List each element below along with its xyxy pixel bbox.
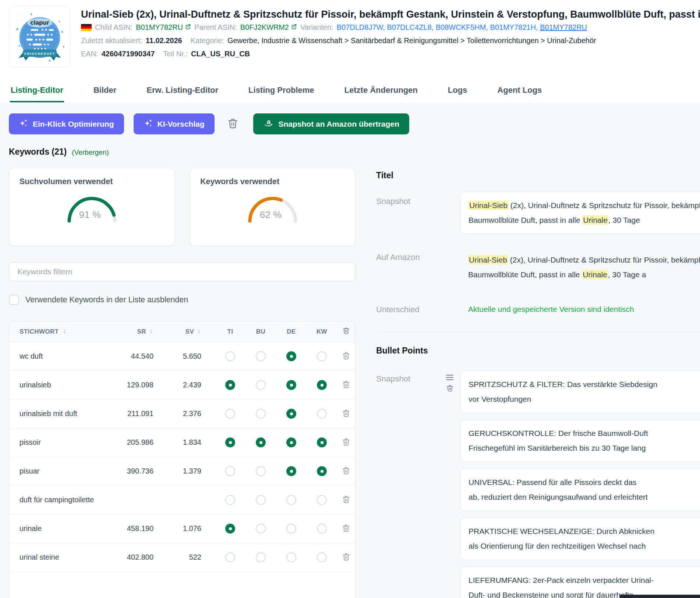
keyword-table-row: pissoir 205.986 1.834 — [9, 428, 355, 457]
sv-value: 5.650 — [154, 352, 202, 360]
keyword-toggle-ti[interactable] — [225, 495, 235, 505]
delete-keyword-button[interactable] — [342, 380, 350, 390]
keyword-toggle-ti[interactable] — [225, 437, 235, 447]
keyword-toggle-bu[interactable] — [256, 380, 266, 390]
keyword-toggle-kw[interactable] — [317, 524, 327, 534]
parent-asin-link[interactable]: B0FJ2KWRM2 — [240, 21, 297, 34]
keyword-toggle-bu[interactable] — [256, 552, 266, 562]
delete-keyword-button[interactable] — [342, 553, 350, 562]
keyword-toggle-kw[interactable] — [317, 437, 327, 447]
variant-asin-link[interactable]: B07DLC4ZL8 — [387, 23, 431, 31]
tab-bilder[interactable]: Bilder — [93, 83, 117, 102]
keyword-toggle-bu[interactable] — [256, 466, 266, 476]
bullet-point-field[interactable]: GERUCHSKONTROLLE: Der frische Baumwoll-D… — [460, 419, 700, 462]
toolbar-trash-button[interactable] — [227, 118, 238, 130]
sv-value: 2.439 — [154, 381, 202, 389]
delete-keyword-button[interactable] — [342, 438, 350, 447]
hide-used-keywords-checkbox[interactable] — [9, 295, 19, 305]
sort-by-sv[interactable]: SV — [154, 328, 202, 335]
keyword-toggle-kw[interactable] — [317, 380, 327, 390]
bullet-point-field[interactable]: PRAKTISCHE WECHSELANZEIGE: Durch Abknick… — [460, 517, 700, 560]
keyword-toggle-de[interactable] — [286, 466, 296, 476]
variant-list: B07DLD8J7W, B07DLC4ZL8, B08WCKF5HM, B01M… — [337, 21, 587, 34]
keyword-toggle-bu[interactable] — [256, 495, 266, 505]
keyword-toggle-bu[interactable] — [256, 409, 266, 419]
bullets-trash-button[interactable] — [446, 384, 454, 393]
keyword-toggle-de[interactable] — [286, 437, 296, 447]
bullet-point-field[interactable]: SPRITZSCHUTZ & FILTER: Das verstärkte Si… — [460, 370, 700, 413]
keyword-toggle-de[interactable] — [286, 380, 296, 390]
svg-text:clapur: clapur — [30, 19, 49, 26]
variant-asin-link[interactable]: B07DLD8J7W — [337, 23, 383, 31]
amazon-a-icon: a — [263, 117, 274, 130]
keywords-hide-toggle[interactable]: (Verbergen) — [72, 148, 109, 156]
column-header-ti: TI — [215, 328, 245, 335]
keyword-toggle-ti[interactable] — [225, 409, 235, 419]
column-header-kw: KW — [307, 328, 337, 335]
send-snapshot-button[interactable]: a Snapshot an Amazon übertragen — [253, 113, 409, 134]
keyword-cell: urinalsieb — [9, 371, 109, 399]
tab-letzte-aenderungen[interactable]: Letzte Änderungen — [344, 83, 418, 102]
part-number-value: CLA_US_RU_CB — [191, 48, 250, 60]
keyword-toggle-kw[interactable] — [317, 495, 327, 505]
variant-asin-link[interactable]: B01MY782RU — [540, 23, 587, 31]
variant-asin-link[interactable]: B08WCKF5HM — [436, 23, 486, 31]
keyword-toggle-ti[interactable] — [225, 466, 235, 476]
delete-keyword-button[interactable] — [342, 352, 350, 361]
keyword-toggle-de[interactable] — [286, 351, 296, 361]
keyword-cell: urinal steine — [9, 544, 109, 571]
keyword-toggle-de[interactable] — [286, 495, 296, 505]
main-content: Ein-Klick Optimierung KI-Vorschlag a Sna… — [0, 102, 700, 598]
keyword-toggle-kw[interactable] — [317, 552, 327, 562]
keyword-toggle-kw[interactable] — [317, 466, 327, 476]
listing-editor-page: FRISCHEDUFT clapur Urinal-Sieb (2x), Uri… — [0, 0, 700, 598]
sort-by-keyword[interactable]: STICHWORT — [9, 328, 109, 335]
keyword-toggle-de[interactable] — [286, 524, 296, 534]
hide-used-keywords-row[interactable]: Verwendete Keywords in der Liste ausblen… — [9, 295, 356, 305]
child-asin-label: Child ASIN: — [95, 21, 132, 34]
sv-value: 2.376 — [154, 409, 202, 418]
keyword-cell: urinalsieb mit duft — [9, 400, 109, 428]
one-click-optimize-button[interactable]: Ein-Klick Optimierung — [9, 113, 124, 134]
keyword-toggle-de[interactable] — [286, 409, 296, 419]
keywords-filter-input[interactable] — [9, 262, 356, 281]
keywords-panel: Keywords (21) (Verbergen) Suchvolumen ve… — [9, 134, 356, 598]
delete-keyword-button[interactable] — [342, 467, 350, 476]
delete-keyword-button[interactable] — [342, 409, 350, 419]
keyword-toggle-kw[interactable] — [317, 351, 327, 361]
keyword-toggle-bu[interactable] — [256, 351, 266, 361]
tab-erw-listing-editor[interactable]: Erw. Listing-Editor — [146, 83, 219, 102]
bullets-drag-handle[interactable] — [445, 374, 454, 382]
keyword-toggle-ti[interactable] — [225, 524, 235, 534]
sort-icon — [61, 328, 68, 335]
bullet-point-field[interactable]: UNIVERSAL: Passend für alle Pissoirs dec… — [460, 468, 700, 511]
tab-listing-probleme[interactable]: Listing Probleme — [248, 83, 315, 102]
delete-keyword-button[interactable] — [342, 524, 350, 534]
keyword-toggle-ti[interactable] — [225, 351, 235, 361]
title-on-amazon-label: Auf Amazon — [376, 253, 460, 262]
keyword-toggle-ti[interactable] — [225, 380, 235, 390]
sr-value: 458.190 — [109, 524, 154, 533]
ai-suggestion-button[interactable]: KI-Vorschlag — [134, 113, 215, 134]
listing-fields-panel: Titel Snapshot Urinal-Sieb (2x), Urinal-… — [376, 134, 700, 598]
keyword-toggle-de[interactable] — [286, 552, 296, 562]
tab-agent-logs[interactable]: Agent Logs — [496, 83, 542, 102]
child-asin-link[interactable]: B01MY782RU — [136, 21, 191, 34]
keyword-toggle-kw[interactable] — [317, 409, 327, 419]
keyword-toggle-bu[interactable] — [256, 437, 266, 447]
sparkles-icon — [144, 118, 153, 130]
keyword-toggle-bu[interactable] — [256, 524, 266, 534]
delete-keyword-button[interactable] — [342, 495, 350, 505]
keyword-table-row: pisuar 390.736 1.379 — [9, 457, 355, 486]
title-snapshot-field[interactable]: Urinal-Sieb (2x), Urinal-Duftnetz & Spri… — [460, 191, 700, 234]
sort-by-sr[interactable]: SR — [109, 328, 154, 335]
variant-asin-link[interactable]: B01MY7821H — [490, 23, 536, 31]
bullet-point-field[interactable]: LIEFERUMFANG: 2er-Pack einzeln verpackte… — [460, 566, 700, 598]
tab-logs[interactable]: Logs — [447, 83, 468, 102]
tab-listing-editor[interactable]: Listing-Editor — [10, 83, 64, 102]
keyword-table-row: duft für campingtoilette — [9, 486, 355, 514]
product-thumbnail[interactable]: FRISCHEDUFT clapur — [9, 6, 71, 68]
trash-icon — [446, 384, 454, 393]
keyword-toggle-ti[interactable] — [225, 552, 235, 562]
keyword-table-row: urinal steine 402.800 522 — [9, 543, 355, 572]
